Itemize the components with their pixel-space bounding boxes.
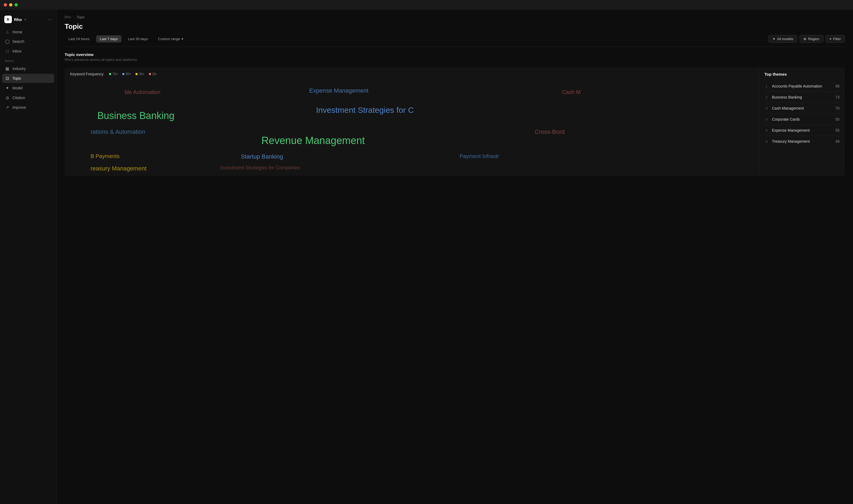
word-cloud-word: Investment Strategies for Companies — [220, 165, 300, 171]
home-icon: ⌂ — [5, 30, 10, 34]
more-icon[interactable]: ··· — [48, 17, 53, 22]
sidebar-item-inbox[interactable]: □ Inbox — [2, 47, 54, 55]
legend-label-70: 70+ — [112, 72, 118, 76]
sidebar-item-label: Home — [12, 30, 22, 34]
themes-title: Top themes — [764, 72, 839, 76]
logo-icon: R — [4, 16, 12, 23]
region-button[interactable]: ⊕ Region — [799, 35, 823, 43]
theme-row[interactable]: 3 Cash Management 70 — [764, 103, 839, 114]
theme-name: Expense Management — [772, 128, 832, 132]
word-cloud-word: Payment Infrastr — [460, 153, 499, 159]
all-models-label: All models — [777, 37, 793, 41]
keyword-legend: Keyword Frequency 70+ 50+ 30+ — [70, 72, 754, 76]
theme-row[interactable]: 4 Corporate Cards 55 — [764, 114, 839, 125]
sidebar-item-citation[interactable]: ◎ Citation — [2, 93, 54, 102]
industry-icon: ▦ — [5, 66, 10, 71]
topic-icon: ⊡ — [5, 76, 10, 81]
theme-count: 73 — [835, 95, 839, 100]
sidebar-item-model[interactable]: ✦ Model — [2, 84, 54, 93]
time-filter-7d[interactable]: Last 7 days — [96, 35, 122, 42]
sidebar-item-topic[interactable]: ⊡ Topic — [2, 74, 54, 83]
filter-button[interactable]: ≡ Filter — [825, 35, 845, 43]
sidebar-item-label: Citation — [12, 95, 25, 100]
region-label: Region — [808, 37, 819, 41]
legend-50plus: 50+ — [122, 72, 131, 76]
theme-rank: 1 — [764, 84, 769, 88]
theme-row[interactable]: 5 Expense Management 55 — [764, 125, 839, 136]
legend-label-30: 30+ — [139, 72, 144, 76]
close-dot[interactable] — [4, 3, 7, 6]
theme-row[interactable]: 2 Business Banking 73 — [764, 92, 839, 103]
word-cloud-word: Startup Banking — [241, 153, 283, 160]
titlebar — [0, 0, 853, 10]
filter-icon: ≡ — [830, 37, 832, 41]
citation-icon: ◎ — [5, 95, 10, 100]
word-cloud-word: Investment Strategies for C — [316, 106, 414, 115]
theme-count: 49 — [835, 139, 839, 144]
region-icon: ⊕ — [803, 37, 806, 41]
theme-name: Treasury Management — [772, 139, 832, 144]
sidebar-item-search[interactable]: ◯ Search — [2, 37, 54, 46]
theme-name: Cash Management — [772, 106, 832, 110]
improve-icon: ↗ — [5, 105, 10, 110]
theme-rank: 3 — [764, 106, 769, 110]
legend-20minus: 20- — [149, 72, 157, 76]
keyword-freq-title: Keyword Frequency — [70, 72, 104, 76]
metrics-section-label: Metrics — [0, 55, 56, 64]
word-cloud-word: Cash M — [562, 89, 581, 95]
legend-label-50: 50+ — [126, 72, 131, 76]
breadcrumb-current: Topic — [76, 15, 85, 19]
sidebar-item-label: Industry — [12, 67, 26, 71]
word-cloud-word: Expense Management — [309, 87, 368, 94]
sidebar-item-label: Model — [12, 86, 23, 90]
overview-title: Topic overview — [65, 52, 845, 57]
theme-rank: 6 — [764, 140, 769, 144]
breadcrumb-root[interactable]: Rho — [65, 15, 71, 19]
all-models-button[interactable]: ✦ All models — [768, 35, 797, 43]
theme-rank: 4 — [764, 118, 769, 122]
custom-range-button[interactable]: Custom range ▾ — [154, 35, 187, 42]
legend-70plus: 70+ — [109, 72, 118, 76]
sidebar: R Rho ▾ ··· ⌂ Home ◯ Search □ Inbox Metr… — [0, 10, 57, 504]
word-cloud-word: Business Banking — [97, 110, 175, 122]
logo-name: Rho — [14, 17, 22, 22]
inbox-icon: □ — [5, 49, 10, 53]
sidebar-item-home[interactable]: ⌂ Home — [2, 28, 54, 36]
theme-name: Corporate Cards — [772, 117, 832, 122]
time-filter-30d[interactable]: Last 30 days — [124, 35, 151, 42]
theme-row[interactable]: 6 Treasury Management 49 — [764, 136, 839, 147]
legend-30plus: 30+ — [135, 72, 144, 76]
theme-count: 70 — [835, 106, 839, 110]
legend-dot-50 — [122, 73, 124, 75]
maximize-dot[interactable] — [15, 3, 18, 6]
theme-name: Business Banking — [772, 95, 832, 100]
minimize-dot[interactable] — [9, 3, 12, 6]
sidebar-item-label: Topic — [12, 76, 21, 80]
theme-rank: 2 — [764, 95, 769, 100]
custom-range-label: Custom range — [158, 37, 180, 41]
breadcrumb-separator: › — [73, 15, 74, 19]
sidebar-logo[interactable]: R Rho ▾ ··· — [0, 14, 56, 28]
model-icon: ✦ — [5, 86, 10, 90]
time-filter-24h[interactable]: Last 24 hours — [65, 35, 93, 42]
all-models-icon: ✦ — [773, 37, 776, 41]
theme-row[interactable]: 1 Accounts Payable Automation 88 — [764, 81, 839, 92]
content-grid: Keyword Frequency 70+ 50+ 30+ — [65, 68, 845, 176]
toolbar: Last 24 hours Last 7 days Last 30 days C… — [57, 35, 853, 47]
top-themes-panel: Top themes 1 Accounts Payable Automation… — [759, 68, 845, 176]
logo-chevron-icon: ▾ — [24, 18, 26, 21]
legend-dot-70 — [109, 73, 111, 75]
page-title: Topic — [57, 21, 853, 35]
theme-count: 55 — [835, 128, 839, 132]
sidebar-item-improve[interactable]: ↗ Improve — [2, 103, 54, 112]
chevron-down-icon: ▾ — [181, 37, 183, 41]
theme-count: 55 — [835, 117, 839, 122]
word-cloud: ble AutomationExpense ManagementCash MBu… — [70, 80, 754, 172]
word-cloud-word: rations & Automation — [90, 128, 145, 136]
sidebar-item-industry[interactable]: ▦ Industry — [2, 64, 54, 73]
sidebar-item-label: Search — [12, 39, 24, 43]
word-cloud-word: Revenue Management — [261, 135, 365, 146]
sidebar-metrics-nav: ▦ Industry ⊡ Topic ✦ Model ◎ Citation ↗ … — [0, 64, 56, 112]
legend-label-20: 20- — [152, 72, 157, 76]
word-cloud-word: Cross-Bord — [535, 128, 565, 136]
